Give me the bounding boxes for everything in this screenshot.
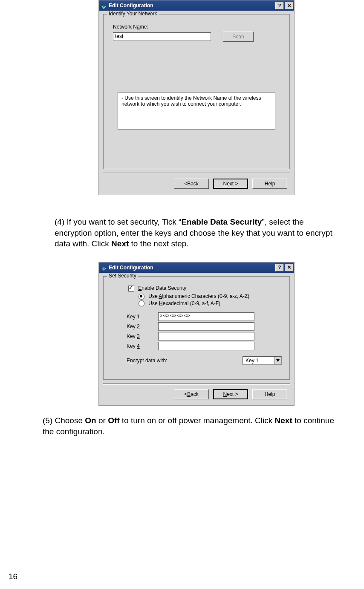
group-identify-network: Identify Your Network Network Name: test… (103, 14, 290, 169)
dialog-edit-configuration-2: Edit Configuration ? ✕ Set Security Enab… (98, 262, 295, 406)
key3-field[interactable] (158, 332, 254, 341)
next-button[interactable]: Next > (213, 389, 248, 399)
dialog-client: Identify Your Network Network Name: test… (99, 11, 294, 195)
dialog-client: Set Security Enable Data Security Use Al… (99, 273, 294, 405)
key1-field[interactable]: xxxxxxxxxxxxx (158, 312, 254, 321)
svg-point-1 (103, 269, 104, 271)
titlebar: Edit Configuration ? ✕ (99, 0, 294, 11)
network-name-label: Network Name: (113, 24, 148, 30)
key4-label: Key 4 (127, 343, 145, 349)
instruction-step-4: (4) If you want to set security, Tick “E… (55, 217, 338, 249)
help-text-box: - Use this screen to identify the Networ… (118, 92, 275, 130)
page-number: 16 (9, 572, 17, 581)
use-hexadecimal-label: Use Hexadecimal (0-9, a-f, A-F) (148, 300, 220, 306)
help-button[interactable]: ? (275, 264, 284, 271)
back-button[interactable]: < Back (174, 389, 209, 399)
group-set-security: Set Security Enable Data Security Use Al… (103, 276, 290, 380)
enable-data-security-checkbox[interactable] (128, 286, 134, 292)
key2-label: Key 2 (127, 323, 145, 329)
scan-button[interactable]: Scan (223, 32, 254, 42)
wireless-icon (101, 3, 107, 9)
key3-label: Key 3 (127, 333, 145, 339)
wireless-icon (101, 264, 107, 271)
key2-field[interactable] (158, 322, 254, 331)
dialog-edit-configuration-1: Edit Configuration ? ✕ Identify Your Net… (98, 0, 295, 195)
svg-point-0 (103, 7, 104, 9)
key1-label: Key 1 (127, 314, 145, 320)
back-button[interactable]: < Back (174, 179, 209, 189)
close-button[interactable]: ✕ (285, 264, 293, 271)
use-alphanumeric-radio[interactable] (139, 294, 144, 300)
key4-field[interactable] (158, 342, 254, 350)
help-button[interactable]: ? (275, 2, 284, 9)
separator (103, 173, 290, 174)
close-button[interactable]: ✕ (285, 2, 293, 9)
window-title: Edit Configuration (109, 265, 274, 271)
enable-data-security-label: Enable Data Security (138, 285, 186, 291)
help-button[interactable]: Help (252, 179, 287, 189)
encrypt-data-with-label: Encrypt data with: (127, 358, 167, 364)
help-button[interactable]: Help (252, 389, 287, 399)
window-title: Edit Configuration (109, 3, 274, 9)
group-legend: Identify Your Network (107, 11, 159, 17)
chevron-down-icon (274, 357, 281, 364)
encrypt-key-dropdown[interactable]: Key 1 (243, 356, 282, 365)
group-legend: Set Security (107, 273, 138, 279)
instruction-step-5: (5) Choose On or Off to turn on or off p… (43, 415, 338, 437)
network-name-field[interactable]: test (113, 32, 211, 41)
use-alphanumeric-label: Use Alphanumeric Characters (0-9, a-z, A… (148, 293, 249, 299)
use-hexadecimal-radio[interactable] (139, 300, 144, 306)
separator (103, 383, 290, 385)
titlebar: Edit Configuration ? ✕ (99, 263, 294, 273)
next-button[interactable]: Next > (213, 179, 248, 189)
